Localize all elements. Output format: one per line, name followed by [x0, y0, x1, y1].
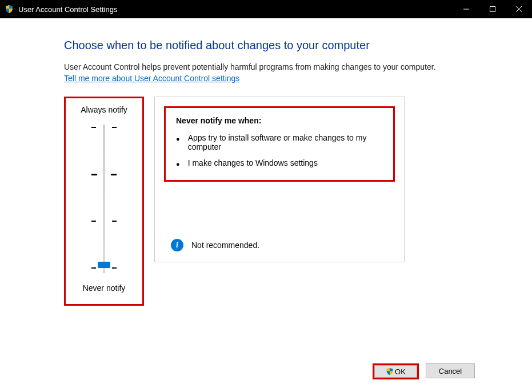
svg-rect-0 [490, 7, 495, 12]
ok-label: OK [395, 367, 406, 376]
recommendation-row: i Not recommended. [171, 239, 259, 251]
uac-shield-icon [5, 5, 14, 14]
slider-label-always: Always notify [66, 105, 142, 114]
details-title: Never notify me when: [176, 116, 383, 125]
cancel-button[interactable]: Cancel [426, 363, 475, 378]
bullet-icon: ● [176, 158, 180, 170]
notification-slider-panel: Always notify Never notify [64, 97, 144, 306]
details-item: ●Apps try to install software or make ch… [176, 133, 383, 151]
window-title: User Account Control Settings [18, 5, 453, 14]
notification-slider[interactable] [66, 125, 142, 273]
recommendation-text: Not recommended. [191, 241, 259, 250]
setting-details-box: Never notify me when: ●Apps try to insta… [154, 97, 405, 262]
titlebar: User Account Control Settings [0, 0, 532, 18]
page-heading: Choose when to be notified about changes… [64, 39, 475, 52]
slider-thumb[interactable] [98, 262, 110, 268]
close-button[interactable] [506, 0, 532, 18]
setting-details-callout: Never notify me when: ●Apps try to insta… [164, 106, 395, 182]
uac-shield-icon [386, 367, 394, 375]
slider-label-never: Never notify [66, 283, 142, 293]
minimize-button[interactable] [453, 0, 479, 18]
ok-button[interactable]: OK [374, 365, 417, 378]
learn-more-link[interactable]: Tell me more about User Account Control … [64, 74, 239, 83]
bullet-icon: ● [176, 133, 180, 145]
maximize-button[interactable] [479, 0, 506, 18]
dialog-buttons: OK Cancel [373, 363, 475, 379]
ok-highlight: OK [373, 363, 419, 379]
slider-track [103, 125, 105, 273]
window-controls [453, 0, 532, 18]
page-description: User Account Control helps prevent poten… [64, 62, 475, 71]
details-item: ●I make changes to Windows settings [176, 158, 383, 170]
cancel-label: Cancel [439, 367, 462, 375]
info-icon: i [171, 239, 183, 251]
